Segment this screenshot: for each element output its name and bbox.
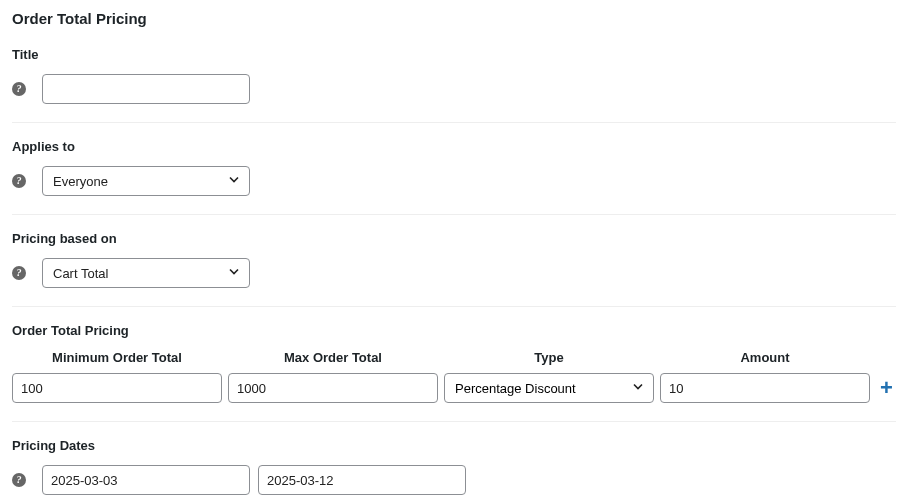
pricing-dates-label: Pricing Dates [12,438,896,453]
applies-to-select[interactable]: Everyone [42,166,250,196]
applies-to-section: Applies to ? Everyone [12,139,896,215]
col-header-amount: Amount [660,350,870,365]
type-select[interactable]: Percentage Discount [444,373,654,403]
title-input[interactable] [42,74,250,104]
date-to-input[interactable] [258,465,466,495]
pricing-dates-section: Pricing Dates ? [12,438,896,504]
help-icon[interactable]: ? [12,82,26,96]
pricing-based-on-section: Pricing based on ? Cart Total [12,231,896,307]
pricing-based-on-select[interactable]: Cart Total [42,258,250,288]
help-icon[interactable]: ? [12,174,26,188]
help-icon[interactable]: ? [12,473,26,487]
order-total-pricing-section: Order Total Pricing Minimum Order Total … [12,323,896,422]
table-row: Percentage Discount + [12,373,896,403]
pricing-based-on-label: Pricing based on [12,231,896,246]
amount-input[interactable] [660,373,870,403]
table-heading: Order Total Pricing [12,323,896,338]
add-row-button[interactable]: + [880,377,893,399]
page-title: Order Total Pricing [12,10,896,27]
title-label: Title [12,47,896,62]
col-header-type: Type [444,350,654,365]
title-section: Title ? [12,47,896,123]
table-header-row: Minimum Order Total Max Order Total Type… [12,350,896,365]
min-order-total-input[interactable] [12,373,222,403]
col-header-max: Max Order Total [228,350,438,365]
max-order-total-input[interactable] [228,373,438,403]
applies-to-label: Applies to [12,139,896,154]
col-header-min: Minimum Order Total [12,350,222,365]
help-icon[interactable]: ? [12,266,26,280]
date-from-input[interactable] [42,465,250,495]
